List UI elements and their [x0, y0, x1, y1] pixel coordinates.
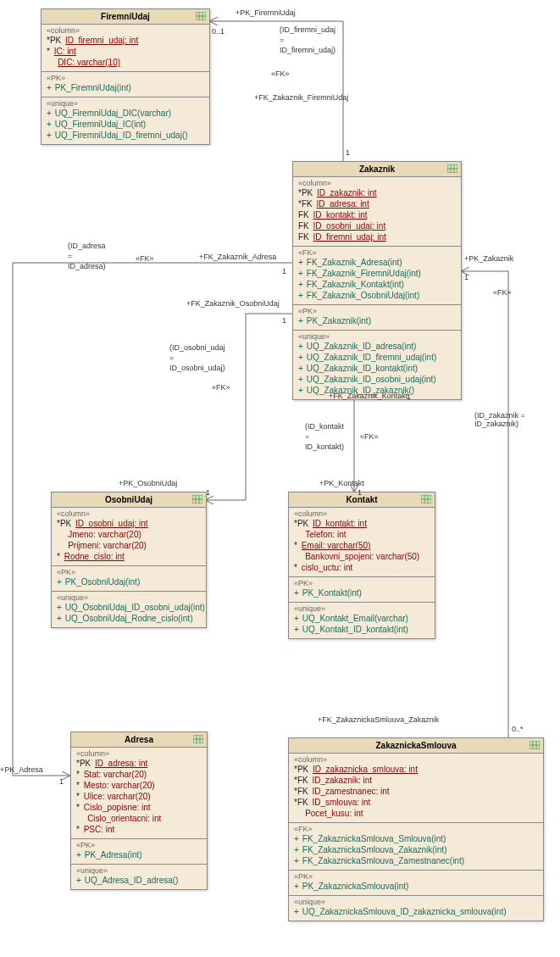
- operation-row: +FK_Zakaznik_Adresa(int): [298, 257, 456, 268]
- constraint: =: [280, 36, 284, 44]
- class-title: Zakaznik: [293, 162, 461, 177]
- operation-row: +PK_Adresa(int): [76, 849, 202, 860]
- columns-section: «column» *PK ID_osobni_udaj: int Jmeno: …: [52, 508, 206, 566]
- columns-section: «column» *PK ID_firemni_udaj: int* IC: i…: [42, 25, 209, 72]
- operation-row: +FK_ZakaznickaSmlouva_Smlouva(int): [294, 833, 538, 844]
- operation-row: +UQ_FiremniUdaj_ID_firemni_udaj(): [47, 130, 204, 141]
- column-row: *FK ID_smlouva: int: [294, 797, 538, 808]
- column-row: * Rodne_cislo: int: [57, 551, 201, 562]
- column-row: *PK ID_osobni_udaj: int: [57, 518, 201, 529]
- column-row: *FK ID_adresa: int: [298, 198, 456, 209]
- columns-stereotype: «column»: [47, 26, 204, 35]
- multiplicity: 1: [282, 267, 286, 275]
- multiplicity: 1: [464, 273, 469, 281]
- table-icon: [421, 495, 431, 504]
- table-icon: [530, 741, 540, 749]
- pk-section: «PK» +PK_Zakaznik(int): [293, 305, 461, 331]
- operation-row: +UQ_OsobniUdaj_ID_osobni_udaj(int): [57, 602, 201, 613]
- column-row: Telefon: int: [294, 529, 430, 540]
- class-adresa: Adresa «column» *PK ID_adresa: int* Stat…: [70, 732, 208, 890]
- column-row: Pocet_kusu: int: [294, 808, 538, 819]
- pk-stereotype: «PK»: [298, 307, 456, 315]
- operation-row: +PK_Zakaznik(int): [298, 315, 456, 326]
- fk-stereotype-label: «FK»: [136, 254, 154, 263]
- uq-stereotype: «unique»: [47, 99, 204, 108]
- pk-stereotype: «PK»: [57, 568, 201, 576]
- pk-stereotype: «PK»: [47, 74, 204, 82]
- assoc-label: +FK_ZakaznickaSmlouva_Zakaznik: [318, 715, 439, 724]
- columns-stereotype: «column»: [76, 749, 202, 758]
- column-row: * Stat: varchar(20): [76, 769, 202, 780]
- multiplicity: 1: [59, 777, 64, 786]
- column-row: Cislo_orientacni: int: [76, 813, 202, 824]
- column-row: * cislo_uctu: int: [294, 562, 430, 573]
- class-zakaznik: Zakaznik «column» *PK ID_zakaznik: int*F…: [292, 161, 462, 400]
- unique-section: «unique» +UQ_Zakaznik_ID_adresa(int)+UQ_…: [293, 331, 461, 399]
- constraint: (ID_osobni_udaj: [169, 343, 225, 352]
- fk-section: «FK» +FK_Zakaznik_Adresa(int)+FK_Zakazni…: [293, 247, 461, 305]
- assoc-label: +FK_Zakaznik_Adresa: [199, 253, 276, 261]
- columns-stereotype: «column»: [57, 509, 201, 518]
- column-row: FK ID_osobni_udaj: int: [298, 220, 456, 231]
- class-osobniudaj: OsobniUdaj «column» *PK ID_osobni_udaj: …: [51, 492, 207, 628]
- fk-stereotype: «FK»: [294, 825, 538, 833]
- column-row: * Email: varchar(50): [294, 540, 430, 551]
- unique-section: «unique» +UQ_ZakaznickaSmlouva_ID_zakazn…: [289, 896, 543, 921]
- assoc-label: +PK_Kontakt: [319, 479, 364, 487]
- column-row: *PK ID_zakaznik: int: [298, 187, 456, 198]
- columns-section: «column» *PK ID_zakaznicka_smlouva: int*…: [289, 754, 543, 823]
- uq-stereotype: «unique»: [57, 593, 201, 602]
- operation-row: +PK_ZakaznickaSmlouva(int): [294, 881, 538, 892]
- constraint: =: [305, 432, 309, 441]
- constraint: =: [68, 252, 72, 260]
- operation-row: +UQ_FiremniUdaj_IC(int): [47, 119, 204, 130]
- constraint: (ID_adresa: [68, 242, 106, 250]
- assoc-label: +PK_OsobniUdaj: [119, 479, 177, 487]
- unique-section: «unique» +UQ_Adresa_ID_adresa(): [71, 865, 207, 889]
- uq-stereotype: «unique»: [294, 898, 538, 906]
- columns-stereotype: «column»: [294, 509, 430, 518]
- operation-row: +PK_FiremniUdaj(int): [47, 82, 204, 93]
- title-text: Zakaznik: [359, 164, 395, 174]
- multiplicity: 0..*: [512, 725, 524, 733]
- operation-row: +UQ_Zakaznik_ID_firemni_udaj(int): [298, 352, 456, 363]
- multiplicity: 1: [346, 148, 350, 157]
- constraint: (ID_zakaznik = ID_zakaznik): [474, 411, 525, 428]
- unique-section: «unique» +UQ_FiremniUdaj_DIC(varchar)+UQ…: [42, 97, 209, 144]
- class-title: OsobniUdaj: [52, 492, 206, 508]
- column-row: * Mesto: varchar(20): [76, 780, 202, 791]
- column-row: Prijmeni: varchar(20): [57, 540, 201, 551]
- columns-stereotype: «column»: [294, 755, 538, 764]
- column-row: Bankovni_spojeni: varchar(50): [294, 551, 430, 562]
- assoc-label: +FK_Zakaznik_Kontakt: [329, 392, 408, 400]
- operation-row: +UQ_Kontakt_ID_kontakt(int): [294, 624, 430, 635]
- columns-section: «column» *PK ID_zakaznik: int*FK ID_adre…: [293, 177, 461, 247]
- fk-stereotype-label: «FK»: [360, 432, 379, 441]
- constraint: =: [169, 353, 174, 362]
- operation-row: +FK_ZakaznickaSmlouva_Zamestnanec(int): [294, 855, 538, 866]
- table-icon: [196, 12, 206, 20]
- class-title: Adresa: [71, 732, 207, 748]
- class-title: ZakaznickaSmlouva: [289, 738, 543, 754]
- pk-section: «PK» +PK_ZakaznickaSmlouva(int): [289, 871, 543, 896]
- fk-section: «FK» +FK_ZakaznickaSmlouva_Smlouva(int)+…: [289, 823, 543, 871]
- multiplicity: 1: [206, 488, 210, 497]
- fk-stereotype-label: «FK»: [271, 70, 290, 78]
- pk-section: «PK» +PK_OsobniUdaj(int): [52, 566, 206, 592]
- multiplicity: 1: [282, 316, 286, 325]
- operation-row: +UQ_Zakaznik_ID_kontakt(int): [298, 363, 456, 374]
- column-row: *FK ID_zakaznik: int: [294, 775, 538, 786]
- operation-row: +PK_Kontakt(int): [294, 587, 430, 598]
- constraint: (ID_firemni_udaj: [280, 25, 335, 34]
- operation-row: +UQ_ZakaznickaSmlouva_ID_zakaznicka_smlo…: [294, 906, 538, 917]
- column-row: *PK ID_zakaznicka_smlouva: int: [294, 764, 538, 775]
- fk-stereotype-label: «FK»: [493, 288, 512, 297]
- column-row: * PSC: int: [76, 824, 202, 835]
- operation-row: +UQ_Zakaznik_ID_osobni_udaj(int): [298, 374, 456, 385]
- operation-row: +UQ_OsobniUdaj_Rodne_cislo(int): [57, 613, 201, 624]
- multiplicity: 0..1: [212, 27, 225, 36]
- constraint: ID_firemni_udaj): [280, 46, 335, 54]
- column-row: *PK ID_adresa: int: [76, 758, 202, 769]
- multiplicity: 1: [407, 392, 411, 401]
- unique-section: «unique» +UQ_OsobniUdaj_ID_osobni_udaj(i…: [52, 592, 206, 627]
